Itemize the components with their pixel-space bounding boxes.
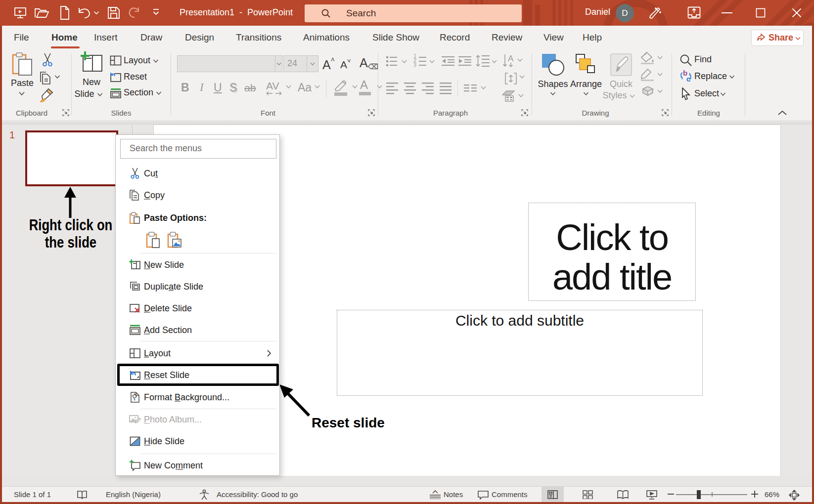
svg-text:A: A bbox=[508, 54, 514, 63]
